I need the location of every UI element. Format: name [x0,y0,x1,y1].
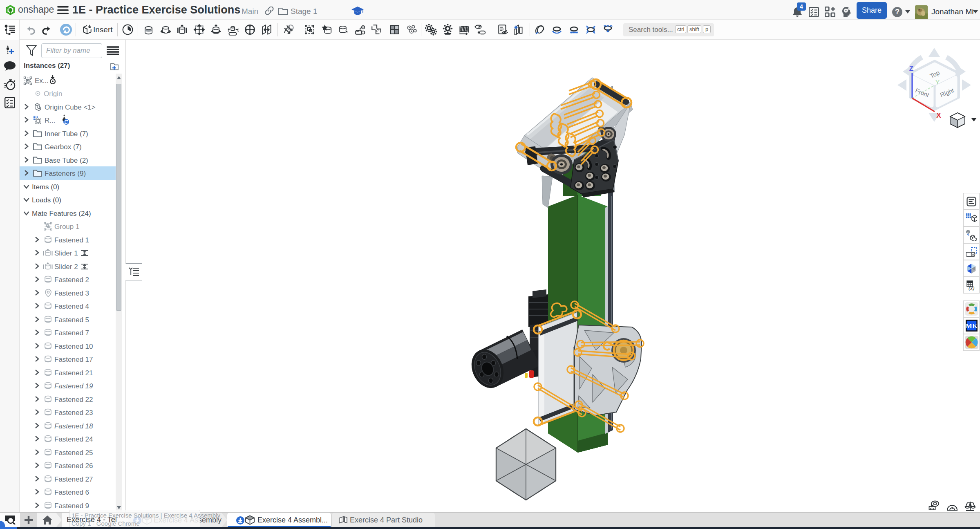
svg-text:X: X [936,112,941,119]
svg-text:MK: MK [966,322,978,330]
svg-text:(x): (x) [969,285,974,291]
svg-text:Z: Z [909,65,913,72]
svg-text:Y: Y [935,78,940,85]
